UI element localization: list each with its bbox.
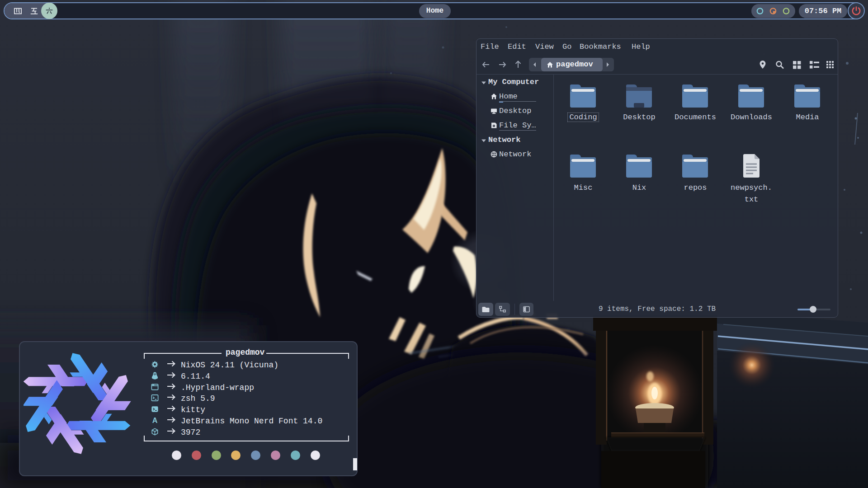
svg-text:A: A [152, 416, 158, 424]
